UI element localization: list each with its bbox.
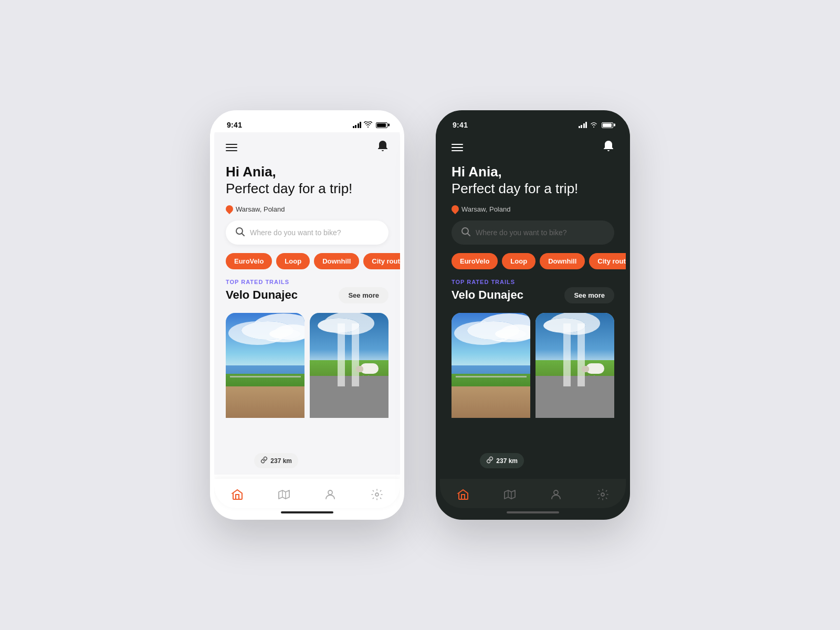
distance-text-light: 237 km [270,457,292,465]
see-more-button-light[interactable]: See more [339,287,388,303]
hamburger-menu-light[interactable] [226,144,237,151]
trail-image-secondary-light [310,313,388,418]
map-icon-dark [503,488,516,501]
nav-settings-dark[interactable] [592,486,613,503]
nav-home-light[interactable] [227,486,248,503]
top-bar-light [226,132,388,161]
svg-line-7 [468,234,470,236]
nav-settings-light[interactable] [366,486,387,503]
trail-image-main-dark [452,313,530,418]
time-light: 9:41 [227,121,242,129]
app-content-dark: Hi Ania, Perfect day for a trip! Warsaw,… [440,132,626,475]
svg-point-10 [554,490,558,495]
pill-loop-light[interactable]: Loop [276,253,310,269]
nav-home-dark[interactable] [453,486,474,503]
dark-phone: 9:41 [436,110,630,520]
pill-loop-dark[interactable]: Loop [502,253,536,269]
time-dark: 9:41 [453,121,468,129]
location-row-light: Warsaw, Poland [226,205,388,213]
settings-icon-light [371,488,383,501]
greeting-name-light: Hi Ania, [226,164,388,180]
home-icon-light [231,488,244,501]
settings-icon-dark [596,488,609,501]
section-title-row-dark: Velo Dunajec See more [452,287,614,303]
location-text-dark: Warsaw, Poland [461,205,510,213]
location-row-dark: Warsaw, Poland [452,205,614,213]
light-phone: 9:41 [210,110,404,520]
greeting-light: Hi Ania, Perfect day for a trip! [226,161,388,200]
greeting-subtitle-dark: Perfect day for a trip! [452,180,614,198]
status-icons-dark [579,121,614,129]
search-placeholder-light: Where do you want to bike? [250,228,341,237]
see-more-button-dark[interactable]: See more [564,287,614,303]
profile-icon-light [324,488,337,501]
trail-card-secondary-light[interactable] [310,313,388,475]
svg-line-1 [242,234,244,236]
bottom-nav-light [214,479,400,508]
signal-icon-dark [579,122,587,128]
hamburger-menu-dark[interactable] [452,144,463,151]
bell-icon-light[interactable] [377,140,388,155]
greeting-name-dark: Hi Ania, [452,164,614,180]
location-pin-icon-dark [450,204,460,215]
pill-cityroute-dark[interactable]: City route [589,253,626,269]
greeting-dark: Hi Ania, Perfect day for a trip! [452,161,614,200]
signal-icon-light [353,122,362,128]
nav-profile-light[interactable] [320,486,341,503]
greeting-subtitle-light: Perfect day for a trip! [226,180,388,198]
nav-map-light[interactable] [274,486,295,503]
pill-eurovelo-dark[interactable]: EuroVelo [452,253,498,269]
section-header-dark: TOP RATED TRAILS Velo Dunajec See more [452,279,614,310]
section-header-light: TOP RATED TRAILS Velo Dunajec See more [226,279,388,310]
filter-pills-light: EuroVelo Loop Downhill City route [226,253,388,269]
profile-icon-dark [550,488,562,501]
pill-downhill-dark[interactable]: Downhill [540,253,585,269]
phones-container: 9:41 [210,110,630,520]
trail-image-main-light [226,313,304,418]
status-bar-dark: 9:41 [440,114,626,132]
link-icon-light [260,456,268,465]
search-placeholder-dark: Where do you want to bike? [476,228,567,237]
home-indicator-light [281,511,333,513]
status-bar-light: 9:41 [214,114,400,132]
filter-pills-dark: EuroVelo Loop Downhill City route [452,253,614,269]
search-icon-dark [461,227,470,238]
location-text-light: Warsaw, Poland [236,205,285,213]
section-label-dark: TOP RATED TRAILS [452,279,614,285]
home-icon-dark [457,488,469,501]
bell-icon-dark[interactable] [603,140,614,155]
svg-point-0 [236,228,243,234]
pill-eurovelo-light[interactable]: EuroVelo [226,253,272,269]
trail-card-main-dark[interactable]: 237 km [452,313,530,475]
wifi-icon-dark [590,121,598,129]
trail-card-main-light[interactable]: 237 km [226,313,304,475]
search-bar-dark[interactable]: Where do you want to bike? [452,220,614,245]
pill-cityroute-light[interactable]: City route [363,253,400,269]
battery-icon-dark [602,122,613,128]
bottom-nav-dark [440,479,626,508]
map-icon-light [278,488,290,501]
link-icon-dark [486,456,494,465]
trail-card-secondary-dark[interactable] [536,313,614,475]
search-icon-light [235,227,245,238]
svg-point-6 [462,228,468,234]
trail-cards-dark: 237 km [452,313,614,475]
pill-downhill-light[interactable]: Downhill [314,253,359,269]
section-title-row-light: Velo Dunajec See more [226,287,388,303]
svg-point-5 [375,493,379,496]
search-bar-light[interactable]: Where do you want to bike? [226,220,388,245]
trail-cards-light: 237 km [226,313,388,475]
nav-profile-dark[interactable] [545,486,566,503]
sheep-icon-dark [582,363,608,376]
distance-text-dark: 237 km [496,457,518,465]
home-indicator-dark [507,511,559,513]
section-label-light: TOP RATED TRAILS [226,279,388,285]
wifi-icon-light [364,121,372,129]
svg-point-11 [601,493,604,496]
location-pin-icon-light [224,204,235,215]
nav-map-dark[interactable] [499,486,520,503]
svg-point-4 [328,490,332,495]
app-content-light: Hi Ania, Perfect day for a trip! Warsaw,… [214,132,400,475]
section-title-light: Velo Dunajec [226,288,298,302]
distance-badge-light: 237 km [254,453,298,468]
